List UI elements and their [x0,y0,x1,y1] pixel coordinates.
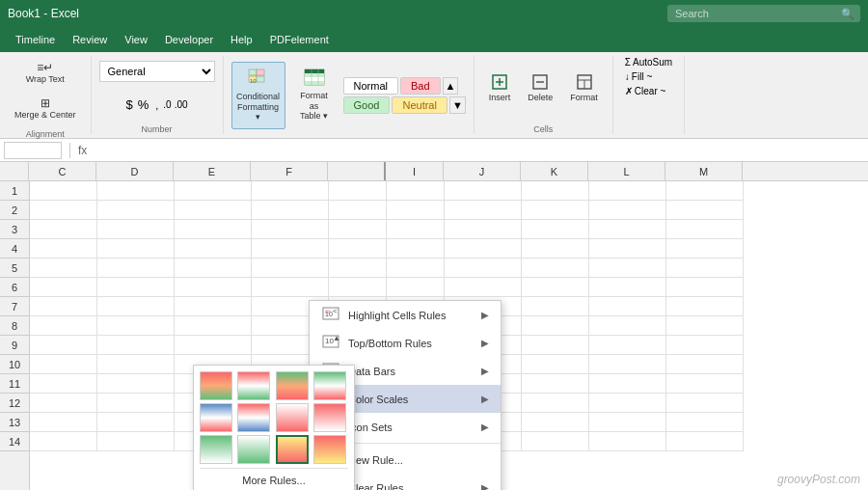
table-cell[interactable] [387,201,445,220]
table-cell[interactable] [522,278,589,297]
col-header-e[interactable]: E [174,162,251,180]
row-6[interactable]: 6 [0,278,29,297]
table-cell[interactable] [522,355,589,374]
scale-red-white-blue[interactable] [237,403,270,432]
table-cell[interactable] [589,336,666,355]
col-header-j[interactable]: J [444,162,521,180]
table-cell[interactable] [387,181,445,201]
format-as-table-button[interactable]: Format asTable ▾ [289,62,339,129]
table-cell[interactable] [175,259,252,278]
row-4[interactable]: 4 [0,239,29,259]
scale-yellow-red[interactable] [276,435,309,464]
table-cell[interactable] [522,336,589,355]
table-cell[interactable] [30,413,97,432]
menu-item-help[interactable]: Help [223,31,260,48]
table-cell[interactable] [522,374,589,394]
table-cell[interactable] [329,259,387,278]
menu-top-bottom[interactable]: 10 ▲ Top/Bottom Rules ▶ [310,329,501,357]
table-cell[interactable] [30,278,97,297]
row-5[interactable]: 5 [0,259,29,278]
scale-red-yellow[interactable] [313,435,346,464]
table-cell[interactable] [589,259,666,278]
menu-highlight-cells[interactable]: 10 < Highlight Cells Rules ▶ [310,301,501,329]
name-box[interactable] [4,142,62,159]
scale-blue-white-red[interactable] [200,403,232,432]
styles-scroll-up[interactable]: ▲ [443,77,459,95]
table-cell[interactable] [522,394,589,413]
table-cell[interactable] [329,181,387,201]
formula-input[interactable] [91,145,864,156]
number-format-select[interactable]: General [99,61,215,82]
comma-button[interactable]: , [155,99,158,111]
table-cell[interactable] [589,297,666,316]
table-cell[interactable] [522,297,589,316]
table-cell[interactable] [666,239,744,259]
scale-white-green[interactable] [237,435,270,464]
decrease-decimal-button[interactable]: .0 [163,99,171,110]
table-cell[interactable] [387,259,445,278]
menu-item-developer[interactable]: Developer [157,31,221,48]
table-cell[interactable] [97,239,175,259]
scale-green-white-red[interactable] [313,371,346,400]
search-container[interactable]: 🔍 [667,5,860,22]
fill-button[interactable]: ↓ Fill ~ [621,70,676,83]
row-3[interactable]: 3 [0,220,29,239]
table-cell[interactable] [175,239,252,259]
table-cell[interactable] [589,394,666,413]
table-cell[interactable] [252,181,329,201]
col-header-f[interactable]: F [251,162,328,180]
table-cell[interactable] [97,278,175,297]
col-header-m[interactable]: M [665,162,743,180]
format-button[interactable]: Format [563,60,605,118]
table-cell[interactable] [445,239,522,259]
table-cell[interactable] [252,201,329,220]
table-cell[interactable] [522,316,589,336]
table-cell[interactable] [589,355,666,374]
table-cell[interactable] [30,259,97,278]
percent-button[interactable]: % [138,97,149,112]
good-style[interactable]: Good [343,96,391,114]
table-cell[interactable] [329,220,387,239]
insert-button[interactable]: Insert [482,60,518,118]
menu-item-view[interactable]: View [117,31,155,48]
row-9[interactable]: 9 [0,336,29,355]
table-cell[interactable] [589,181,666,201]
more-rules-button[interactable]: More Rules... [200,468,348,490]
table-cell[interactable] [666,336,744,355]
table-cell[interactable] [30,181,97,201]
table-cell[interactable] [97,336,175,355]
table-cell[interactable] [666,259,744,278]
row-1[interactable]: 1 [0,181,29,201]
normal-style[interactable]: Normal [343,77,398,95]
table-cell[interactable] [589,432,666,451]
table-cell[interactable] [30,316,97,336]
delete-button[interactable]: Delete [521,60,559,118]
table-cell[interactable] [445,181,522,201]
table-cell[interactable] [97,355,175,374]
table-cell[interactable] [445,201,522,220]
increase-decimal-button[interactable]: .00 [175,99,188,110]
scale-green-white[interactable] [200,435,232,464]
table-cell[interactable] [97,374,175,394]
table-cell[interactable] [30,374,97,394]
table-cell[interactable] [97,297,175,316]
scale-white-red[interactable] [276,403,309,432]
table-cell[interactable] [522,259,589,278]
row-8[interactable]: 8 [0,316,29,336]
clear-button[interactable]: ✗ Clear ~ [621,85,676,97]
table-cell[interactable] [97,316,175,336]
table-cell[interactable] [589,374,666,394]
table-cell[interactable] [666,374,744,394]
table-cell[interactable] [666,181,744,201]
merge-center-button[interactable]: ⊞ Merge & Center [8,92,83,125]
menu-item-timeline[interactable]: Timeline [8,31,63,48]
table-cell[interactable] [97,413,175,432]
table-cell[interactable] [30,394,97,413]
col-header-gap[interactable] [328,162,386,180]
table-cell[interactable] [522,239,589,259]
table-cell[interactable] [387,220,445,239]
table-cell[interactable] [666,355,744,374]
table-cell[interactable] [97,432,175,451]
table-cell[interactable] [522,181,589,201]
scale-red-white-green[interactable] [237,371,270,400]
